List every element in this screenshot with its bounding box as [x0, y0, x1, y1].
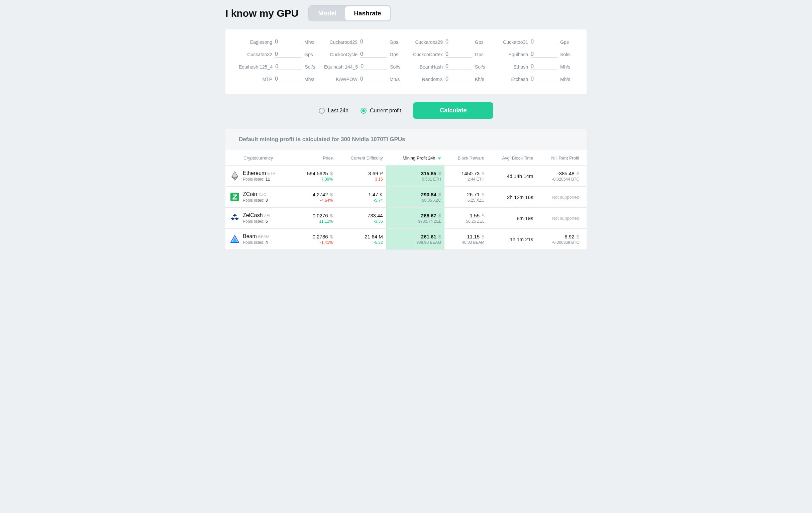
nh-not-supported: Not supported [552, 216, 579, 221]
coin-name: ZelCash [243, 212, 263, 218]
hashrate-value[interactable]: 0 [445, 76, 472, 82]
profit-value: 261.61 $ [389, 234, 441, 239]
hashrate-input-wrap[interactable]: 0 [445, 63, 472, 70]
hashrate-value[interactable]: 0 [531, 51, 557, 57]
hashrate-value[interactable]: 0 [531, 76, 557, 82]
results-table-wrap: Default mining profit is calculated for … [225, 129, 587, 250]
nh-rent-value: -385.48 $ [540, 171, 579, 176]
hashrate-input-wrap[interactable]: 0 [275, 76, 302, 82]
hashrate-input-wrap[interactable]: 0 [445, 39, 472, 45]
coin-name: Beam [243, 233, 257, 239]
toggle-hashrate[interactable]: Hashrate [345, 6, 389, 20]
price-change: 11.11% [298, 219, 333, 224]
default-profit-notice: Default mining profit is calculated for … [225, 129, 587, 150]
difficulty-value: 21.64 M [340, 234, 383, 239]
col-cryptocurrency[interactable]: Cryptocurrency [225, 150, 294, 166]
table-row[interactable]: ZCoinXZCPools listed: 34.2742 $-4.64%1.4… [225, 187, 587, 208]
price-value: 0.2786 $ [298, 234, 333, 239]
hashrate-unit: Kh/s [475, 77, 484, 82]
price-change: -1.41% [298, 240, 333, 245]
radio-icon-selected [360, 108, 367, 114]
table-row[interactable]: EthereumETHPools listed: 11594.5625 $7.3… [225, 166, 587, 187]
hashrate-input-wrap[interactable]: 0 [275, 63, 302, 70]
reward-value: 11.15 $ [448, 234, 484, 239]
col-price[interactable]: Price [294, 150, 336, 166]
hashrate-unit: Sol/s [475, 64, 485, 69]
hashrate-value[interactable]: 0 [445, 51, 472, 57]
hashrate-unit: Gps [389, 39, 398, 45]
hashrate-input-wrap[interactable]: 0 [445, 76, 472, 82]
price-change: -4.64% [298, 198, 333, 203]
hashrate-cell: Ethash0Mh/s [495, 63, 573, 70]
hashrate-value[interactable]: 0 [531, 39, 557, 45]
hashrate-label: Eaglesong [239, 39, 272, 45]
table-body: EthereumETHPools listed: 11594.5625 $7.3… [225, 166, 587, 250]
hashrate-value[interactable]: 0 [275, 39, 302, 45]
radio-last-24h-label: Last 24h [328, 108, 348, 114]
col-difficulty[interactable]: Current Difficulty [336, 150, 386, 166]
blocktime-value: 4d 14h 14m [491, 173, 533, 179]
table-row[interactable]: ZelCashZELPools listed: 50.0276 $11.11%7… [225, 208, 587, 229]
hashrate-label: RandomX [409, 77, 443, 82]
hashrate-input-wrap[interactable]: 0 [360, 39, 387, 45]
hashrate-unit: Gps [389, 52, 398, 57]
hashrate-unit: Sol/s [390, 64, 400, 69]
reward-sub: 6.25 XZC [448, 198, 484, 203]
hashrate-label: CuckooCortex [409, 52, 443, 57]
hashrate-label: Equihash [495, 52, 528, 57]
coin-ticker: ETH [267, 171, 275, 176]
hashrate-input-wrap[interactable]: 0 [531, 76, 557, 82]
hashrate-label: Cuckatoo31 [495, 39, 528, 45]
radio-current-profit[interactable]: Current profit [360, 108, 401, 114]
hashrate-input-wrap[interactable]: 0 [360, 76, 387, 82]
hashrate-unit: Mh/s [304, 39, 314, 45]
radio-icon [319, 108, 325, 114]
col-mining-profit[interactable]: Mining Profit 24h [386, 150, 445, 166]
hashrate-value[interactable]: 0 [445, 39, 472, 45]
toggle-model[interactable]: Model [309, 6, 345, 20]
hashrate-value[interactable]: 0 [275, 63, 302, 69]
hashrate-value[interactable]: 0 [360, 39, 387, 45]
hashrate-unit: Gps [475, 52, 484, 57]
coin-ticker: BEAM [258, 234, 269, 239]
col-block-reward[interactable]: Block Reward [444, 150, 488, 166]
radio-last-24h[interactable]: Last 24h [319, 108, 348, 114]
pools-listed: Pools listed: 11 [243, 177, 275, 181]
hashrate-input-wrap[interactable]: 0 [445, 51, 472, 58]
sort-desc-icon [438, 158, 441, 160]
hashrate-input-wrap[interactable]: 0 [360, 63, 387, 70]
col-nh-rent-profit[interactable]: NH Rent Profit [536, 150, 587, 166]
hashrate-input-wrap[interactable]: 0 [275, 51, 302, 58]
hashrate-input-wrap[interactable]: 0 [531, 39, 557, 45]
hashrate-value[interactable]: 0 [360, 76, 387, 82]
profit-sub: 938.90 BEAM [389, 240, 441, 245]
coin-ticker: ZEL [264, 213, 271, 218]
profit-value: 315.85 $ [389, 171, 441, 176]
hashrate-value[interactable]: 0 [531, 63, 557, 69]
hashrate-value[interactable]: 0 [445, 63, 472, 69]
price-value: 0.0276 $ [298, 213, 333, 218]
calculate-button[interactable]: Calculate [413, 102, 493, 119]
table-row[interactable]: BeamBEAMPools listed: 40.2786 $-1.41%21.… [225, 229, 587, 250]
blocktime-value: 1h 1m 21s [491, 236, 533, 242]
hashrate-input-wrap[interactable]: 0 [360, 51, 387, 58]
hashrate-input-wrap[interactable]: 0 [531, 51, 557, 58]
pools-listed: Pools listed: 5 [243, 219, 271, 224]
hashrate-unit: Mh/s [560, 64, 570, 69]
hashrate-label: Equihash 144_5 [324, 64, 358, 69]
nh-not-supported: Not supported [552, 195, 579, 200]
hashrate-input-wrap[interactable]: 0 [275, 39, 302, 45]
beam-icon [230, 235, 239, 243]
hashrate-value[interactable]: 0 [360, 51, 387, 57]
profit-sub: 68.05 XZC [389, 198, 441, 203]
nh-rent-sub: -0.000369 BTC [540, 240, 579, 245]
col-avg-block-time[interactable]: Avg. Block Time [488, 150, 537, 166]
difficulty-change: -5.32 [340, 240, 383, 245]
difficulty-value: 1.47 K [340, 192, 383, 197]
hashrate-input-wrap[interactable]: 0 [531, 63, 557, 70]
hashrate-value[interactable]: 0 [275, 51, 302, 57]
difficulty-change: -5.74 [340, 198, 383, 203]
hashrate-cell: CuckooCortex0Gps [409, 51, 488, 58]
hashrate-value[interactable]: 0 [275, 76, 302, 82]
hashrate-value[interactable]: 0 [360, 63, 387, 69]
